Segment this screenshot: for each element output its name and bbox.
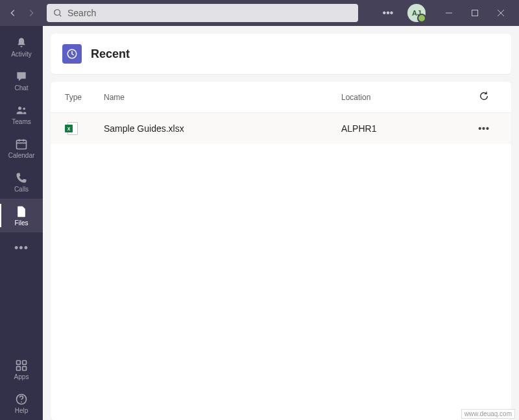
sidebar-item-apps[interactable]: Apps — [0, 352, 43, 386]
excel-file-icon: X — [65, 122, 78, 135]
avatar[interactable]: AJ — [407, 4, 426, 22]
file-icon — [15, 205, 28, 218]
column-type[interactable]: Type — [65, 93, 104, 102]
sidebar-more-button[interactable]: ••• — [0, 235, 43, 261]
maximize-button[interactable] — [462, 0, 488, 26]
sidebar-label: Calendar — [8, 152, 35, 159]
clock-icon — [66, 48, 78, 60]
nav-arrows — [5, 5, 39, 21]
file-location: ALPHR1 — [341, 123, 471, 134]
title-bar: Search ••• AJ — [0, 0, 519, 26]
titlebar-right: ••• AJ — [379, 0, 514, 26]
ellipsis-icon: ••• — [383, 7, 394, 19]
help-icon — [15, 393, 28, 406]
file-list-card: Type Name Location X Sample Guides.xlsx — [51, 82, 511, 420]
sidebar-item-help[interactable]: Help — [0, 386, 43, 420]
chevron-left-icon — [8, 8, 18, 18]
search-icon — [53, 8, 62, 18]
forward-button[interactable] — [23, 5, 39, 21]
svg-point-7 — [23, 107, 25, 110]
close-button[interactable] — [488, 0, 514, 26]
minimize-button[interactable] — [436, 0, 462, 26]
sidebar-item-calls[interactable]: Calls — [0, 165, 43, 199]
page-header: Recent — [51, 34, 511, 74]
column-name[interactable]: Name — [104, 93, 341, 102]
watermark: www.deuaq.com — [461, 409, 515, 419]
sidebar-label: Files — [14, 219, 28, 227]
svg-rect-3 — [472, 10, 478, 16]
maximize-icon — [471, 9, 479, 17]
svg-point-6 — [18, 106, 21, 110]
phone-icon — [15, 171, 28, 184]
file-name: Sample Guides.xlsx — [104, 123, 341, 134]
file-row[interactable]: X Sample Guides.xlsx ALPHR1 ••• — [51, 113, 511, 144]
file-more-button[interactable]: ••• — [478, 123, 490, 134]
sidebar-label: Calls — [14, 186, 29, 193]
svg-rect-8 — [17, 140, 27, 149]
svg-rect-15 — [23, 366, 27, 370]
svg-rect-14 — [17, 366, 21, 370]
search-input[interactable]: Search — [47, 4, 358, 22]
svg-point-0 — [54, 10, 60, 16]
sidebar-label: Chat — [14, 84, 28, 92]
sidebar-label: Teams — [12, 118, 30, 125]
sidebar-label: Apps — [14, 373, 29, 380]
svg-point-17 — [21, 401, 22, 402]
content-area: Recent Type Name Location X — [43, 26, 519, 420]
search-placeholder: Search — [67, 8, 96, 18]
svg-line-1 — [60, 15, 62, 17]
teams-icon — [15, 104, 28, 117]
sidebar-item-files[interactable]: Files — [0, 199, 43, 232]
close-icon — [497, 9, 505, 17]
page-title: Recent — [91, 47, 130, 61]
ellipsis-icon: ••• — [478, 123, 490, 134]
svg-rect-12 — [17, 360, 21, 364]
more-options-button[interactable]: ••• — [379, 4, 397, 22]
bell-icon — [15, 36, 28, 49]
recent-icon — [62, 44, 82, 64]
back-button[interactable] — [5, 5, 21, 21]
window-controls — [436, 0, 514, 26]
sidebar-label: Activity — [11, 51, 32, 58]
column-location[interactable]: Location — [341, 93, 471, 102]
app-sidebar: Activity Chat Teams Calendar Calls Files… — [0, 26, 43, 420]
sidebar-label: Help — [15, 407, 29, 414]
svg-rect-13 — [23, 360, 27, 364]
sidebar-item-chat[interactable]: Chat — [0, 64, 43, 97]
sidebar-item-teams[interactable]: Teams — [0, 97, 43, 131]
sidebar-item-activity[interactable]: Activity — [0, 30, 43, 64]
refresh-icon — [479, 91, 489, 101]
apps-icon — [15, 359, 28, 372]
minimize-icon — [445, 9, 453, 17]
chevron-right-icon — [27, 8, 36, 18]
calendar-icon — [15, 138, 28, 151]
sidebar-item-calendar[interactable]: Calendar — [0, 131, 43, 165]
avatar-initials: AJ — [412, 9, 421, 17]
chat-icon — [15, 70, 28, 83]
refresh-button[interactable] — [479, 91, 489, 103]
list-header: Type Name Location — [51, 82, 511, 113]
ellipsis-icon: ••• — [14, 241, 29, 255]
